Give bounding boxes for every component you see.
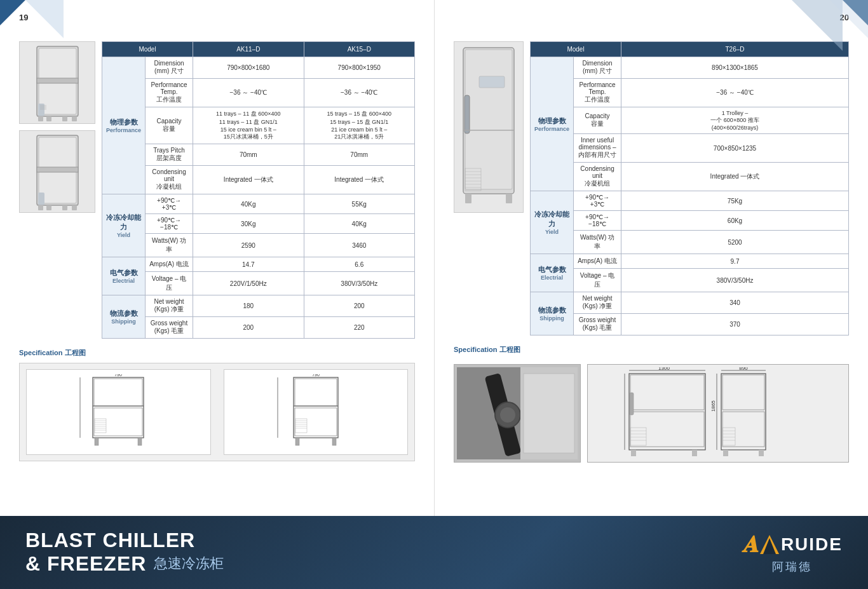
- val-ak11-voltage: 220V/1/50Hz: [193, 272, 304, 295]
- svg-rect-48: [332, 438, 336, 445]
- page-container: 19: [0, 0, 868, 589]
- large-fridge-svg: [457, 44, 520, 210]
- svg-rect-40: [294, 377, 338, 438]
- val-ak11-amps: 14.7: [193, 257, 304, 272]
- right-label-plus90minus18: +90℃→ −18℃: [574, 211, 621, 231]
- svg-rect-32: [138, 438, 142, 445]
- diagram-left-1: 790 1680: [26, 369, 211, 455]
- table-row: Gross weight(Kgs) 毛重 370: [531, 314, 849, 335]
- label-condensing: Condensing unit冷凝机组: [146, 166, 193, 194]
- svg-rect-102: [723, 450, 728, 456]
- svg-rect-1: [39, 48, 76, 80]
- left-product-images: [19, 41, 95, 339]
- svg-rect-42: [295, 408, 337, 436]
- svg-rect-41: [295, 379, 337, 406]
- diagram-svg-1: 790 1680: [77, 374, 159, 450]
- svg-text:1680: 1680: [77, 399, 78, 409]
- svg-rect-3: [37, 78, 78, 83]
- left-spec-table: Model AK11–D AK15–D 物理参数 Performance Dim…: [102, 41, 415, 339]
- right-spec-table: Model T26–D 物理参数 Performance Dimension(m…: [530, 41, 849, 335]
- table-row: Gross weight(Kgs) 毛重 200 220: [102, 317, 415, 339]
- svg-rect-92: [722, 412, 764, 447]
- val-ak11-trays: 70mm: [193, 144, 304, 166]
- label-plus90-plus3: +90℃→ +3℃: [146, 194, 193, 214]
- table-row: 电气参数 Electrial Amps(A) 电流 14.7 6.6: [102, 257, 415, 272]
- right-label-capacity: Capacity容量: [574, 107, 621, 134]
- label-voltage: Voltage – 电压: [146, 272, 193, 295]
- svg-rect-89: [692, 450, 697, 456]
- right-val-watts: 5200: [621, 231, 849, 254]
- category-shipping: 物流参数 Shipping: [102, 295, 146, 339]
- val-ak15-gross: 220: [304, 317, 414, 339]
- photo-diagram: 1300 1865: [587, 364, 849, 463]
- svg-rect-103: [759, 450, 764, 456]
- right-val-amps: 9.7: [621, 254, 849, 269]
- right-product-section: Model T26–D 物理参数 Performance Dimension(m…: [454, 41, 849, 335]
- svg-text:1950: 1950: [275, 399, 275, 409]
- diagram-svg-right: 1300 1865: [623, 367, 813, 459]
- svg-rect-59: [479, 76, 505, 88]
- svg-text:790: 790: [114, 374, 122, 377]
- right-label-plus90plus3: +90℃→ +3℃: [574, 191, 621, 211]
- right-val-voltage: 380V/3/50Hz: [621, 269, 849, 292]
- table-row: Performance Temp.工作温度 −36 ～ −40℃: [531, 79, 849, 107]
- table-row: Condensing unit冷凝机组 Integrated 一体式: [531, 163, 849, 191]
- val-ak15-yield2: 40Kg: [304, 214, 414, 234]
- val-ak15-capacity: 15 trays – 15 盘 600×40015 trays – 15 盘 G…: [304, 107, 414, 144]
- right-product-image: [454, 41, 524, 213]
- svg-rect-24: [93, 377, 144, 438]
- footer-line2: & FREEZER: [25, 552, 146, 576]
- brand-logo: 𝐀 RUIDE 阿瑞德: [742, 531, 843, 574]
- table-row: Capacity容量 11 trays – 11 盘 600×40011 tra…: [102, 107, 415, 144]
- fridge-svg-top: [31, 43, 85, 123]
- right-label-watts: Watts(W) 功率: [574, 231, 621, 254]
- val-ak11-temp: −36 ～ −40℃: [193, 79, 304, 107]
- right-category-yield: 冷冻冷却能力 Yield: [531, 191, 574, 254]
- diagram-svg-2: 790 1950: [275, 374, 357, 450]
- right-label-gross-weight: Gross weight(Kgs) 毛重: [574, 314, 621, 335]
- val-ak11-capacity: 11 trays – 11 盘 600×40011 trays – 11 盘 G…: [193, 107, 304, 144]
- footer-zh: 急速冷冻柜: [154, 554, 224, 573]
- logo-a-triangle: [760, 532, 779, 557]
- svg-rect-17: [37, 167, 78, 172]
- svg-rect-7: [72, 116, 77, 121]
- svg-rect-9: [62, 116, 67, 121]
- svg-text:890: 890: [739, 367, 748, 371]
- val-ak15-yield1: 55Kg: [304, 194, 414, 214]
- svg-rect-26: [94, 408, 142, 436]
- right-photos: 1300 1865: [454, 364, 849, 463]
- right-table-header-model: Model: [531, 42, 621, 57]
- table-row: Inner useful dimensions –内部有用尺寸 700×850×…: [531, 134, 849, 163]
- product-image-top: [19, 41, 95, 124]
- table-row: PerformanceTemp.工作温度 −36 ～ −40℃ −36 ～ −4…: [102, 79, 415, 107]
- right-label-inner-dim: Inner useful dimensions –内部有用尺寸: [574, 134, 621, 163]
- svg-rect-88: [631, 450, 636, 456]
- val-ak11-net: 180: [193, 295, 304, 317]
- val-ak11-gross: 200: [193, 317, 304, 339]
- right-val-capacity: 1 Trolley –一个 600×800 推车(400×600/26trays…: [621, 107, 849, 134]
- svg-rect-6: [38, 116, 43, 121]
- svg-rect-77: [630, 412, 704, 447]
- photo-svg-1: [457, 367, 578, 459]
- svg-text:1865: 1865: [710, 400, 716, 412]
- table-row: +90℃→ −18℃ 30Kg 40Kg: [102, 214, 415, 234]
- logo-brand-text: RUIDE: [781, 534, 843, 555]
- table-header-ak11d: AK11–D: [193, 42, 304, 57]
- table-row: Condensing unit冷凝机组 Integrated 一体式 Integ…: [102, 166, 415, 194]
- svg-text:790: 790: [312, 374, 320, 377]
- svg-rect-49: [295, 419, 307, 433]
- val-ak15-amps: 6.6: [304, 257, 414, 272]
- svg-rect-20: [38, 205, 43, 210]
- svg-rect-60: [465, 194, 471, 203]
- val-ak15-net: 200: [304, 295, 414, 317]
- fridge-svg-bottom: [31, 132, 85, 212]
- category-electrical: 电气参数 Electrial: [102, 257, 146, 295]
- svg-text:1865: 1865: [623, 400, 624, 412]
- table-row: 物流参数 Shipping Net weight(Kgs) 净重 340: [531, 292, 849, 314]
- table-row: 物理参数 Performance Dimension(mm) 尺寸 890×13…: [531, 57, 849, 79]
- label-gross-weight: Gross weight(Kgs) 毛重: [146, 317, 193, 339]
- table-row: 电气参数 Electrial Amps(A) 电流 9.7: [531, 254, 849, 269]
- footer-line1: BLAST CHILLER: [25, 529, 224, 552]
- svg-rect-78: [630, 393, 634, 415]
- svg-rect-31: [95, 438, 98, 445]
